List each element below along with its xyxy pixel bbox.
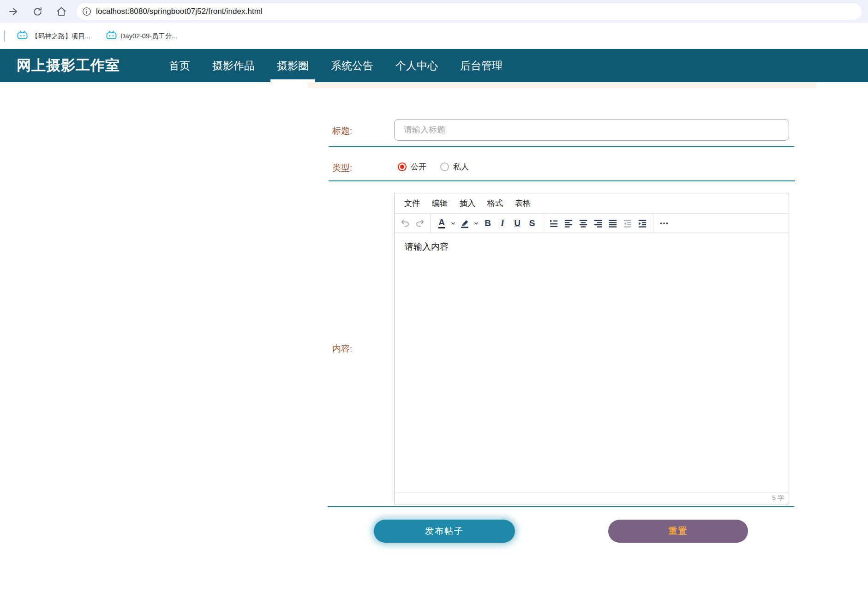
bookmark-label: Day02-09-员工分... xyxy=(120,32,177,41)
browser-nav-icons xyxy=(0,6,67,18)
bilibili-icon xyxy=(106,30,117,42)
browser-toolbar: localhost:8080/springboot07j52/front/ind… xyxy=(0,0,868,23)
bookmarks-divider xyxy=(4,30,5,42)
nav-item-photo-circle[interactable]: 摄影圈 xyxy=(277,49,309,82)
bookmark-item[interactable]: 【码神之路】项目... xyxy=(13,29,94,43)
highlight-color-icon[interactable] xyxy=(458,216,472,231)
redo-icon[interactable] xyxy=(413,216,427,231)
align-center-icon[interactable] xyxy=(576,216,590,231)
bookmarks-bar: 【码神之路】项目... Day02-09-员工分... xyxy=(0,23,868,49)
radio-public[interactable] xyxy=(398,162,407,171)
menu-file[interactable]: 文件 xyxy=(398,198,426,209)
word-count: 5 字 xyxy=(772,494,784,503)
strikethrough-icon[interactable]: S xyxy=(525,216,539,231)
align-left-icon[interactable] xyxy=(562,216,575,231)
undo-icon[interactable] xyxy=(398,216,412,231)
url-text[interactable]: localhost:8080/springboot07j52/front/ind… xyxy=(96,7,263,16)
nav-menu: 首页 摄影作品 摄影圈 系统公告 个人中心 后台管理 xyxy=(169,49,503,82)
font-color-chevron-icon[interactable] xyxy=(449,216,457,231)
editor-statusbar: 5 字 xyxy=(395,492,789,504)
indent-icon[interactable] xyxy=(635,216,649,231)
bookmark-item[interactable]: Day02-09-员工分... xyxy=(102,29,181,43)
align-justify-icon[interactable] xyxy=(606,216,620,231)
editor-toolbar: A B I U S xyxy=(395,214,789,233)
divider xyxy=(329,146,794,147)
address-bar[interactable]: localhost:8080/springboot07j52/front/ind… xyxy=(77,3,862,20)
outdent-icon[interactable] xyxy=(621,216,635,231)
highlight-color-chevron-icon[interactable] xyxy=(473,216,480,231)
editor-content-area[interactable]: 请输入内容 xyxy=(395,233,789,492)
nav-item-home[interactable]: 首页 xyxy=(169,49,190,82)
forward-icon[interactable] xyxy=(7,6,19,18)
editor-content-text: 请输入内容 xyxy=(405,242,449,252)
nav-item-personal-center[interactable]: 个人中心 xyxy=(395,49,438,82)
editor-menubar: 文件 编辑 插入 格式 表格 xyxy=(395,193,789,214)
italic-icon[interactable]: I xyxy=(496,216,509,231)
nav-item-announcements[interactable]: 系统公告 xyxy=(331,49,373,82)
underline-icon[interactable]: U xyxy=(510,216,524,231)
title-input[interactable] xyxy=(394,119,789,141)
line-height-icon[interactable] xyxy=(547,216,561,231)
rich-text-editor: 文件 编辑 插入 格式 表格 A xyxy=(394,193,789,504)
radio-private[interactable] xyxy=(440,162,449,171)
menu-insert[interactable]: 插入 xyxy=(454,198,481,209)
home-icon[interactable] xyxy=(55,6,67,18)
refresh-icon[interactable] xyxy=(31,6,43,18)
site-info-icon[interactable] xyxy=(82,7,91,16)
menu-edit[interactable]: 编辑 xyxy=(426,198,454,209)
type-radio-group: 公开 私人 xyxy=(398,159,469,174)
bold-icon[interactable]: B xyxy=(481,216,495,231)
site-title: 网上摄影工作室 xyxy=(17,49,120,82)
bilibili-icon xyxy=(17,30,28,42)
content-top-strip xyxy=(308,82,816,88)
more-options-icon[interactable] xyxy=(657,216,671,231)
publish-post-button[interactable]: 发布帖子 xyxy=(374,520,515,543)
divider xyxy=(329,180,795,181)
align-right-icon[interactable] xyxy=(591,216,605,231)
nav-item-works[interactable]: 摄影作品 xyxy=(212,49,255,82)
divider xyxy=(328,506,794,507)
radio-private-label[interactable]: 私人 xyxy=(453,162,469,172)
menu-format[interactable]: 格式 xyxy=(481,198,509,209)
type-label: 类型: xyxy=(332,162,352,174)
site-navbar: 网上摄影工作室 首页 摄影作品 摄影圈 系统公告 个人中心 后台管理 xyxy=(0,49,868,82)
content-label: 内容: xyxy=(332,343,352,355)
reset-button[interactable]: 重置 xyxy=(608,520,748,543)
nav-item-admin[interactable]: 后台管理 xyxy=(460,49,503,82)
menu-table[interactable]: 表格 xyxy=(509,198,537,209)
browser-window: localhost:8080/springboot07j52/front/ind… xyxy=(0,0,868,593)
radio-public-label[interactable]: 公开 xyxy=(411,162,426,172)
font-color-icon[interactable]: A xyxy=(435,216,449,231)
bookmark-label: 【码神之路】项目... xyxy=(31,32,90,41)
title-label: 标题: xyxy=(332,125,352,137)
